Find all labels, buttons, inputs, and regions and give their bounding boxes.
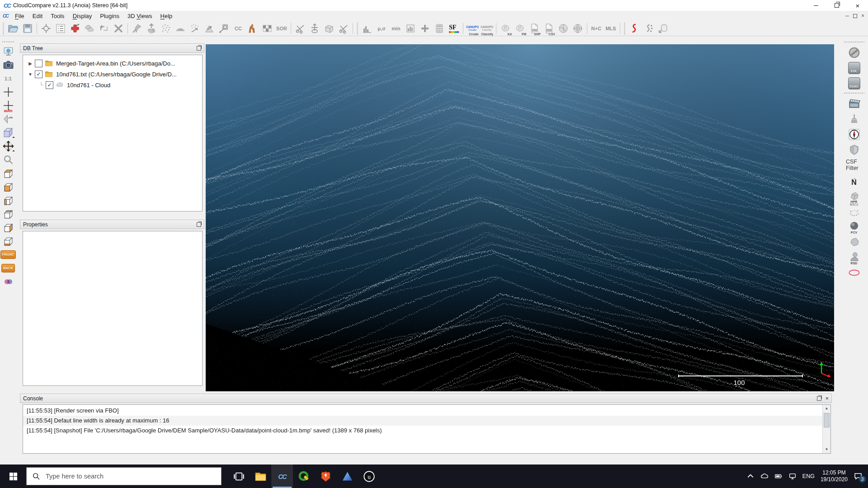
console-scrollbar[interactable]: ▲ ▼	[822, 405, 830, 453]
csf-plugin-button[interactable]	[627, 22, 641, 35]
search-input[interactable]	[45, 472, 196, 480]
transparency-grid-button[interactable]	[260, 22, 274, 35]
display-settings-button[interactable]	[1, 45, 15, 58]
app-metashape[interactable]	[336, 465, 358, 488]
tree-item-label[interactable]: 10nd761 - Cloud	[67, 82, 110, 89]
sf-statistics-button[interactable]	[404, 22, 417, 35]
properties-float-icon[interactable]	[197, 222, 201, 227]
sor-filter-button[interactable]: SOR	[275, 22, 288, 35]
app-qgis[interactable]	[293, 465, 315, 488]
sample-points-on-mesh-button[interactable]	[203, 22, 216, 35]
start-button[interactable]	[0, 465, 26, 488]
language-indicator[interactable]: ENG	[802, 473, 815, 479]
apply-transformation-button[interactable]	[97, 22, 111, 35]
toolbar-grip[interactable]	[2, 23, 5, 34]
dock-close-icon[interactable]: ×	[861, 14, 864, 18]
hpr-plugin-button[interactable]: HPR	[846, 188, 862, 203]
hough-normals-plugin-button[interactable]	[846, 234, 862, 249]
kd-tree-button[interactable]: Kd	[499, 22, 512, 35]
view-right-button[interactable]	[1, 221, 15, 234]
open-button[interactable]	[6, 22, 20, 35]
tree-item-label[interactable]: 10nd761.txt (C:/Users/rbaga/Google Drive…	[56, 71, 177, 78]
normals-curvature-button[interactable]: N+C	[590, 22, 603, 35]
fine-registration-button[interactable]	[246, 22, 259, 35]
ssao-shader-button[interactable]: SSAO	[846, 75, 862, 91]
spherical-grid-button[interactable]	[571, 22, 585, 35]
view-top-button[interactable]	[1, 167, 15, 180]
toolbar-grip[interactable]	[356, 23, 359, 34]
delete-button[interactable]	[112, 22, 125, 35]
canupo-create-button[interactable]: CANUPOCreateCreate	[466, 22, 479, 35]
toolbar-grip[interactable]	[2, 41, 14, 43]
pick-rotation-center-button[interactable]	[1, 85, 15, 99]
menu-edit[interactable]: Edit	[28, 12, 47, 20]
fm-button[interactable]: FM	[513, 22, 527, 35]
animation-plugin-button[interactable]	[846, 96, 862, 111]
battery-icon[interactable]	[774, 472, 783, 480]
facets-plugin-button[interactable]	[846, 142, 862, 157]
save-button[interactable]	[21, 22, 34, 35]
rsd-plugin-button[interactable]: RSD	[846, 249, 862, 265]
app-task-view[interactable]	[228, 465, 250, 488]
tree-checkbox[interactable]: ✓	[35, 70, 42, 78]
menu-file[interactable]: File	[11, 12, 28, 20]
dock-minimize-icon[interactable]	[845, 16, 849, 16]
console-close-icon[interactable]: ×	[825, 396, 829, 401]
point-cloud-canvas[interactable]	[206, 44, 834, 391]
dbtree-float-icon[interactable]	[197, 46, 201, 51]
pcv-plugin-button[interactable]: PCV	[846, 219, 862, 234]
scalar-field-button[interactable]: SF	[447, 22, 461, 35]
sf-add-button[interactable]	[418, 22, 432, 35]
translate-rotate-button[interactable]	[308, 22, 321, 35]
shp-export-button[interactable]: SHP	[528, 22, 541, 35]
compute-normals-button[interactable]	[145, 22, 158, 35]
minimize-button[interactable]	[806, 0, 826, 11]
flip-view-button[interactable]	[1, 113, 15, 126]
app-file-explorer[interactable]	[250, 465, 271, 488]
dock-float-icon[interactable]	[853, 14, 857, 18]
scroll-up-icon[interactable]: ▲	[823, 405, 830, 412]
normals-plugin-button[interactable]: →N	[846, 173, 862, 188]
compass-plugin-button[interactable]	[846, 127, 862, 142]
clipping-box-button[interactable]	[322, 22, 336, 35]
mls-smoothing-button[interactable]: MLS	[604, 22, 618, 35]
interactive-segmentation-button[interactable]	[217, 22, 231, 35]
min-distance-button[interactable]: min	[389, 22, 403, 35]
octree-button[interactable]	[174, 22, 187, 35]
clone-button[interactable]	[83, 22, 96, 35]
align-point-pairs-button[interactable]	[68, 22, 82, 35]
clock[interactable]: 12:05 PM 19/10/2020	[821, 469, 848, 483]
tree-item-merged-target-area[interactable]: ▶Merged-Target-Area.bin (C:/Users/rbaga/…	[23, 58, 202, 69]
app-brave[interactable]	[315, 465, 336, 488]
entity-info-button[interactable]	[54, 22, 67, 35]
histogram-button[interactable]	[360, 22, 374, 35]
pan-mode-button[interactable]	[1, 140, 15, 153]
menu-tools[interactable]: Tools	[47, 12, 68, 20]
restore-button[interactable]	[826, 0, 847, 11]
facets-button[interactable]	[557, 22, 570, 35]
app-unreal[interactable]: u	[358, 465, 380, 488]
toolbar-grip[interactable]	[844, 41, 864, 43]
csf-filter-plugin-button[interactable]: CSF Filter	[846, 157, 862, 173]
cross-section-button[interactable]	[293, 22, 307, 35]
tree-checkbox[interactable]	[35, 60, 42, 67]
stereo-mode-button[interactable]	[1, 275, 15, 288]
tree-item-10nd761-file[interactable]: ▼✓10nd761.txt (C:/Users/rbaga/Google Dri…	[23, 69, 202, 80]
ellipser-plugin-button[interactable]	[846, 265, 862, 280]
app-cloudcompare[interactable]: CC	[271, 465, 293, 488]
segment-button[interactable]	[337, 22, 350, 35]
cloud-cloud-distance-button[interactable]: CC	[231, 22, 245, 35]
scroll-down-icon[interactable]: ▼	[823, 446, 830, 453]
global-shift-scale-button[interactable]	[39, 22, 53, 35]
scroll-thumb[interactable]	[824, 413, 830, 427]
iso-back-button[interactable]: BACK	[1, 262, 15, 275]
3d-viewport[interactable]: 100	[206, 44, 834, 391]
iso-front-button[interactable]: FRONT	[1, 248, 15, 261]
m3c2-plugin-button[interactable]: M3C2	[846, 203, 862, 219]
classify-path-button[interactable]	[642, 22, 656, 35]
menu-3d-views[interactable]: 3D Views	[123, 12, 156, 20]
edl-shader-button[interactable]: EDL	[846, 60, 862, 75]
subsample-button[interactable]	[159, 22, 173, 35]
no-shader-button[interactable]	[846, 45, 862, 60]
tree-expander-icon[interactable]: ▼	[27, 72, 34, 77]
